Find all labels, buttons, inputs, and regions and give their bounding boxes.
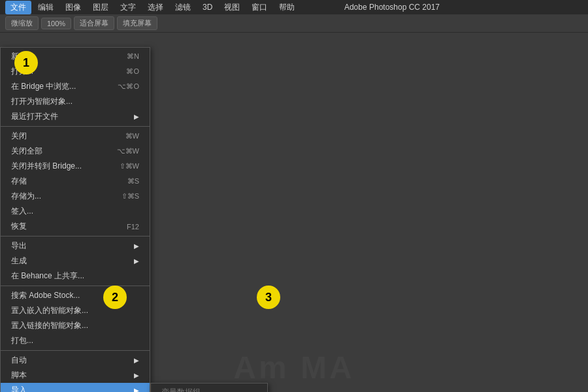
- menu-item-stock[interactable]: 搜索 Adobe Stock...: [1, 288, 150, 303]
- submenu-item-variable-data: 变量数据组...: [151, 385, 267, 392]
- menu-item-automate[interactable]: 自动 ▶: [1, 353, 150, 368]
- menu-bar: 文件 编辑 图像 图层 文字 选择 滤镜 3D 视图 窗口 帮助 Adobe P…: [0, 0, 588, 14]
- menu-item-behance[interactable]: 在 Behance 上共享...: [1, 269, 150, 284]
- separator-4: [1, 350, 150, 351]
- menu-item-import[interactable]: 导入 ▶ 变量数据组... 视频帧到图层... 来自设备的图像... 注释...: [1, 383, 150, 392]
- menu-item-open-smart[interactable]: 打开为智能对象...: [1, 94, 150, 109]
- menu-item-close-all[interactable]: 关闭全部 ⌥⌘W: [1, 144, 150, 159]
- menu-item-bridge[interactable]: 在 Bridge 中浏览... ⌥⌘O: [1, 79, 150, 94]
- fit-screen-btn[interactable]: 适合屏幕: [74, 16, 114, 30]
- toolbar: 微缩放 100% 适合屏幕 填充屏幕: [0, 14, 588, 33]
- menu-item-place-embed[interactable]: 置入嵌入的智能对象...: [1, 303, 150, 318]
- separator-1: [1, 126, 150, 127]
- menu-item-save-as[interactable]: 存储为... ⇧⌘S: [1, 189, 150, 204]
- main-content: 新建 ⌘N 打开... ⌘O 在 Bridge 中浏览... ⌥⌘O 打开为智能…: [0, 33, 588, 392]
- menu-item-checkin[interactable]: 签入...: [1, 204, 150, 219]
- menu-item-recent[interactable]: 最近打开文件 ▶: [1, 109, 150, 124]
- menu-item-close-bridge[interactable]: 关闭并转到 Bridge... ⇧⌘W: [1, 159, 150, 174]
- menu-select[interactable]: 选择: [142, 1, 169, 14]
- separator-3: [1, 286, 150, 286]
- menu-edit[interactable]: 编辑: [33, 1, 59, 14]
- menu-image[interactable]: 图像: [60, 1, 86, 14]
- app-title: Adobe Photoshop CC 2017: [196, 0, 588, 14]
- menu-item-generate[interactable]: 生成 ▶: [1, 253, 150, 269]
- menu-item-close[interactable]: 关闭 ⌘W: [1, 129, 150, 144]
- zoom-100-btn[interactable]: 100%: [41, 18, 71, 29]
- zoom-out-btn[interactable]: 微缩放: [5, 16, 39, 30]
- menu-item-new[interactable]: 新建 ⌘N: [1, 49, 150, 64]
- menu-text[interactable]: 文字: [115, 1, 141, 14]
- annotation-3: 3: [257, 286, 280, 309]
- file-dropdown-menu: 新建 ⌘N 打开... ⌘O 在 Bridge 中浏览... ⌥⌘O 打开为智能…: [0, 47, 150, 392]
- import-submenu: 变量数据组... 视频帧到图层... 来自设备的图像... 注释...: [150, 383, 268, 392]
- menu-item-open[interactable]: 打开... ⌘O: [1, 64, 150, 79]
- menu-item-place-link[interactable]: 置入链接的智能对象...: [1, 318, 150, 333]
- menu-filter[interactable]: 滤镜: [170, 1, 196, 14]
- menu-item-package[interactable]: 打包...: [1, 333, 150, 348]
- separator-2: [1, 236, 150, 237]
- menu-item-export[interactable]: 导出 ▶: [1, 238, 150, 253]
- menu-item-revert[interactable]: 恢复 F12: [1, 219, 150, 234]
- menu-item-save[interactable]: 存储 ⌘S: [1, 174, 150, 189]
- menu-item-scripts[interactable]: 脚本 ▶: [1, 368, 150, 383]
- menu-layer[interactable]: 图层: [88, 1, 114, 14]
- fill-screen-btn[interactable]: 填充屏幕: [117, 16, 157, 30]
- menu-file[interactable]: 文件: [5, 1, 31, 14]
